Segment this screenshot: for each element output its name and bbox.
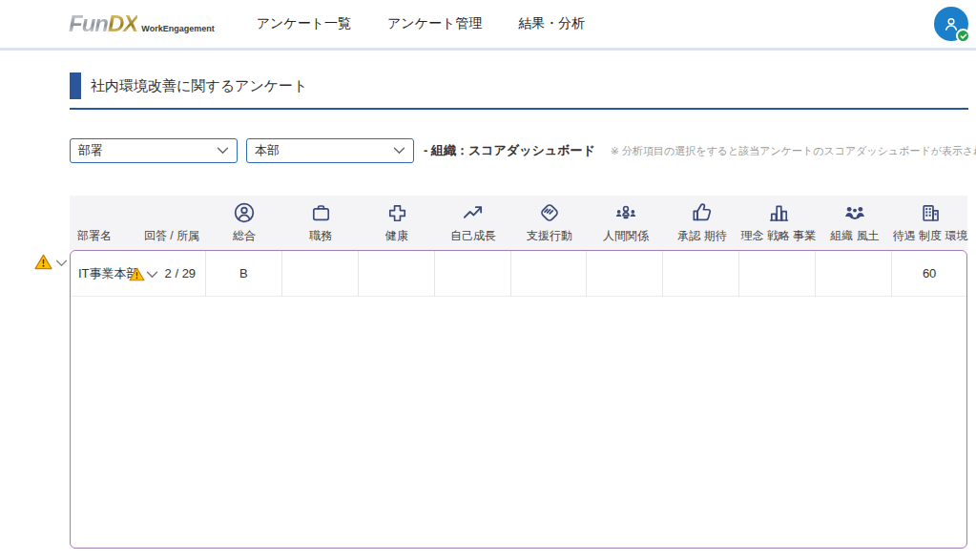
page-title-block: 社内環境改善に関するアンケート (70, 73, 968, 110)
trend-up-icon (461, 200, 486, 225)
column-header-growth: 自己成長 (435, 196, 511, 250)
person-circle-icon (232, 200, 257, 225)
nav-item-survey-manage[interactable]: アンケート管理 (387, 15, 482, 32)
score-cell-support (511, 251, 588, 296)
division-dropdown-value: 本部 (255, 142, 393, 159)
logo-subtitle: WorkEngagement (141, 24, 214, 33)
handshake-icon (537, 200, 562, 225)
app-logo: FunDX WorkEngagement (69, 12, 215, 35)
column-header-relations: 人間関係 (588, 196, 664, 250)
score-cell-health (359, 251, 435, 296)
people-outline-icon (613, 200, 638, 225)
column-header-department: 部署名 (70, 196, 137, 250)
score-table-body: IT事業本部 2 / 29 B 60 (70, 250, 967, 549)
check-badge-icon (956, 29, 970, 43)
score-table-header: 部署名 回答 / 所属 総合 職務 健康 (70, 196, 967, 250)
score-cell-job (282, 251, 359, 296)
warning-icon (129, 267, 145, 281)
column-header-benefits: 待遇 制度 環境 (893, 196, 967, 250)
column-header-culture: 組織 風土 (817, 196, 893, 250)
score-cell-strategy (739, 251, 816, 296)
chevron-down-icon (217, 147, 229, 155)
scoreboard-context-label: - 組織：スコアダッシュボード (424, 142, 595, 159)
page-title: 社内環境改善に関するアンケート (91, 77, 307, 95)
department-dropdown-value: 部署 (78, 142, 217, 159)
chevron-down-icon[interactable] (146, 271, 158, 279)
division-dropdown[interactable]: 本部 (246, 138, 414, 163)
health-cross-icon (385, 200, 409, 225)
people-filled-icon (842, 200, 867, 225)
building-icon (919, 200, 943, 225)
filter-row: 部署 本部 - 組織：スコアダッシュボード ※ 分析項目の選択をすると該当アンケ… (70, 138, 976, 163)
logo-text-dx: DX (108, 12, 137, 35)
answer-count: 2 / 29 (165, 266, 197, 280)
chevron-down-icon (393, 147, 405, 155)
column-header-answers: 回答 / 所属 (137, 196, 206, 250)
score-cell-growth (435, 251, 511, 296)
score-cell-benefits: 60 (892, 251, 966, 296)
score-cell-overall: B (206, 251, 282, 296)
row-group-expander (34, 254, 68, 270)
nav-item-results-analysis[interactable]: 結果・分析 (518, 15, 585, 32)
chevron-down-icon[interactable] (55, 259, 68, 267)
title-accent-bar (70, 73, 81, 99)
score-cell-recognition (663, 251, 739, 296)
warning-icon (34, 254, 52, 270)
briefcase-icon (309, 200, 333, 225)
column-header-recognition: 承認 期待 (664, 196, 740, 250)
bar-chart-icon (767, 200, 791, 225)
logo-text-fun: Fun (69, 12, 108, 35)
column-header-overall: 総合 (206, 196, 282, 250)
column-header-support: 支援行動 (511, 196, 588, 250)
column-header-health: 健康 (359, 196, 435, 250)
user-avatar-button[interactable] (934, 7, 968, 41)
score-cell-relations (587, 251, 663, 296)
nav-item-survey-list[interactable]: アンケート一覧 (257, 15, 351, 32)
thumbs-up-icon (690, 200, 715, 225)
filter-note: ※ 分析項目の選択をすると該当アンケートのスコアダッシュボードが表示されます。 (611, 144, 976, 158)
table-row: IT事業本部 2 / 29 B 60 (71, 251, 966, 297)
department-dropdown[interactable]: 部署 (70, 138, 238, 163)
score-cell-culture (816, 251, 892, 296)
column-header-strategy: 理念 戦略 事業 (740, 196, 817, 250)
department-cell: IT事業本部 2 / 29 (71, 251, 206, 296)
top-navigation-bar: FunDX WorkEngagement アンケート一覧 アンケート管理 結果・… (0, 0, 976, 51)
column-header-job: 職務 (282, 196, 359, 250)
main-nav: アンケート一覧 アンケート管理 結果・分析 (257, 15, 586, 32)
